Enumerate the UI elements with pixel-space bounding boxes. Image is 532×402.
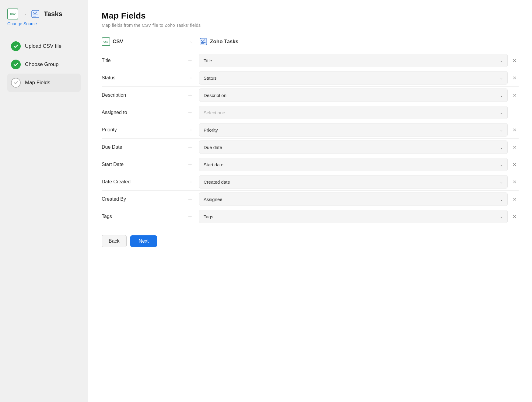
tasks-icon xyxy=(30,9,41,19)
step-upload-label: Upload CSV file xyxy=(25,43,61,49)
chevron-down-icon: ⌄ xyxy=(500,145,503,150)
field-row: Start Date → Start date ⌄ ✕ xyxy=(102,156,519,173)
field-arrow-icon: → xyxy=(181,127,199,133)
field-source-label: Tags xyxy=(102,211,181,222)
field-source-label: Created By xyxy=(102,193,181,205)
field-source-label: Date Created xyxy=(102,176,181,188)
field-target-select[interactable]: Due date ⌄ xyxy=(199,140,508,154)
remove-mapping-button[interactable]: ✕ xyxy=(510,91,519,99)
field-target-container: Priority ⌄ ✕ xyxy=(199,123,519,137)
back-button[interactable]: Back xyxy=(102,235,127,247)
remove-mapping-button[interactable]: ✕ xyxy=(510,178,519,186)
step-done-icon-group xyxy=(11,60,21,69)
svg-rect-0 xyxy=(32,10,39,18)
chevron-down-icon: ⌄ xyxy=(500,214,503,219)
main-content: Map Fields Map fields from the CSV file … xyxy=(88,0,532,402)
field-select-value: Status xyxy=(204,75,497,81)
step-group-label: Choose Group xyxy=(25,61,59,68)
step-map-label: Map Fields xyxy=(25,80,50,86)
field-target-select[interactable]: Start date ⌄ xyxy=(199,158,508,171)
remove-mapping-button[interactable]: ✕ xyxy=(510,195,519,203)
remove-mapping-button[interactable]: ✕ xyxy=(510,74,519,82)
step-group[interactable]: Choose Group xyxy=(7,55,81,74)
csv-header-icon: CSV xyxy=(102,37,110,46)
field-arrow-icon: → xyxy=(181,196,199,203)
steps-list: Upload CSV file Choose Group Map Fields xyxy=(7,37,81,92)
svg-rect-1 xyxy=(200,38,207,45)
page-title: Map Fields xyxy=(102,11,519,21)
field-target-container: Created date ⌄ ✕ xyxy=(199,175,519,189)
field-target-container: Assignee ⌄ ✕ xyxy=(199,192,519,206)
change-source-link[interactable]: Change Source xyxy=(7,21,81,26)
field-arrow-icon: → xyxy=(181,161,199,168)
field-source-label: Title xyxy=(102,55,181,66)
field-target-container: Tags ⌄ ✕ xyxy=(199,210,519,223)
field-target-select[interactable]: Assignee ⌄ xyxy=(199,192,508,206)
remove-mapping-button[interactable]: ✕ xyxy=(510,160,519,169)
field-target-select[interactable]: Priority ⌄ xyxy=(199,123,508,137)
step-done-icon-upload xyxy=(11,41,21,51)
chevron-down-icon: ⌄ xyxy=(500,58,503,63)
field-arrow-icon: → xyxy=(181,109,199,116)
field-arrow-icon: → xyxy=(181,144,199,151)
remove-mapping-button[interactable]: ✕ xyxy=(510,212,519,221)
chevron-down-icon: ⌄ xyxy=(500,128,503,132)
field-target-select[interactable]: Select one ⌄ xyxy=(199,106,508,119)
field-select-value: Title xyxy=(204,58,497,63)
chevron-down-icon: ⌄ xyxy=(500,162,503,167)
bottom-actions: Back Next xyxy=(102,235,519,247)
field-target-container: Select one ⌄ xyxy=(199,106,519,119)
field-row: Due Date → Due date ⌄ ✕ xyxy=(102,139,519,156)
field-row: Assigned to → Select one ⌄ xyxy=(102,104,519,121)
field-source-label: Start Date xyxy=(102,159,181,170)
field-target-container: Due date ⌄ ✕ xyxy=(199,140,519,154)
step-current-icon-map xyxy=(11,78,21,88)
field-target-select[interactable]: Created date ⌄ xyxy=(199,175,508,189)
field-target-select[interactable]: Description ⌄ xyxy=(199,88,508,102)
field-row: Description → Description ⌄ ✕ xyxy=(102,87,519,104)
csv-column-label: CSV xyxy=(113,39,123,45)
chevron-down-icon: ⌄ xyxy=(500,180,503,184)
step-map[interactable]: Map Fields xyxy=(7,74,81,92)
field-target-container: Title ⌄ ✕ xyxy=(199,54,519,67)
field-target-select[interactable]: Status ⌄ xyxy=(199,71,508,85)
field-target-container: Start date ⌄ ✕ xyxy=(199,158,519,171)
field-select-value: Start date xyxy=(204,162,497,167)
field-arrow-icon: → xyxy=(181,75,199,81)
field-select-value: Description xyxy=(204,93,497,98)
zoho-column-label: Zoho Tasks xyxy=(210,39,238,45)
field-arrow-icon: → xyxy=(181,179,199,185)
sidebar: CSV → Tasks Change Source Upload CSV fil… xyxy=(0,0,88,402)
field-target-select[interactable]: Tags ⌄ xyxy=(199,210,508,223)
sidebar-title: Tasks xyxy=(44,10,62,18)
field-row: Created By → Assignee ⌄ ✕ xyxy=(102,191,519,208)
zoho-header-icon xyxy=(199,37,208,46)
field-source-label: Description xyxy=(102,89,181,101)
field-target-container: Status ⌄ ✕ xyxy=(199,71,519,85)
field-select-value: Priority xyxy=(204,127,497,133)
step-upload[interactable]: Upload CSV file xyxy=(7,37,81,55)
field-row: Status → Status ⌄ ✕ xyxy=(102,69,519,87)
sidebar-header: CSV → Tasks xyxy=(7,9,81,19)
chevron-down-icon: ⌄ xyxy=(500,76,503,80)
remove-mapping-button[interactable]: ✕ xyxy=(510,56,519,65)
remove-mapping-button[interactable]: ✕ xyxy=(510,143,519,151)
columns-header: CSV CSV → Zoho Tasks xyxy=(102,37,519,48)
chevron-down-icon: ⌄ xyxy=(500,110,503,115)
field-target-container: Description ⌄ ✕ xyxy=(199,88,519,102)
field-arrow-icon: → xyxy=(181,213,199,220)
field-select-value: Created date xyxy=(204,179,497,185)
csv-icon: CSV xyxy=(7,9,18,19)
remove-mapping-button[interactable]: ✕ xyxy=(510,126,519,134)
field-arrow-icon: → xyxy=(181,92,199,99)
field-mappings: Title → Title ⌄ ✕ Status → Status ⌄ ✕ De… xyxy=(102,52,519,225)
field-source-label: Status xyxy=(102,72,181,84)
chevron-down-icon: ⌄ xyxy=(500,93,503,98)
field-row: Tags → Tags ⌄ ✕ xyxy=(102,208,519,225)
next-button[interactable]: Next xyxy=(130,235,157,247)
field-select-value: Assignee xyxy=(204,197,497,202)
field-select-value: Due date xyxy=(204,145,497,150)
page-subtitle: Map fields from the CSV file to Zoho Tas… xyxy=(102,23,519,28)
field-target-select[interactable]: Title ⌄ xyxy=(199,54,508,67)
chevron-down-icon: ⌄ xyxy=(500,197,503,202)
